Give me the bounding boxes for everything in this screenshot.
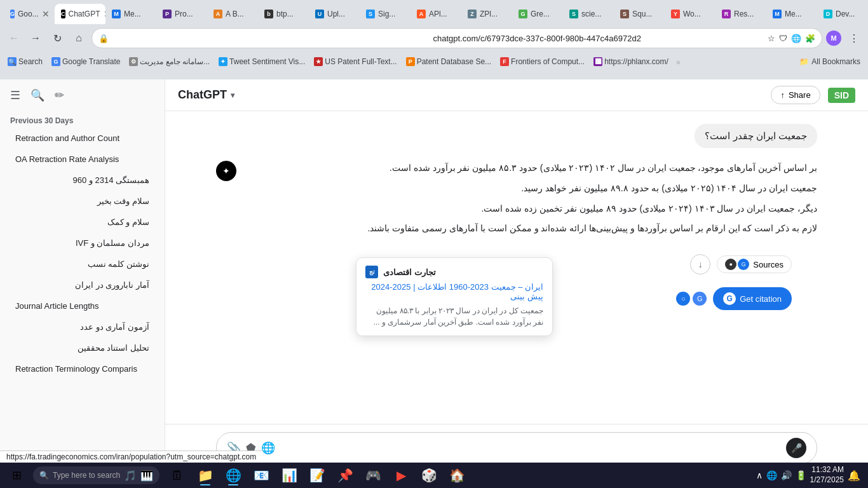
tab-pro[interactable]: P Pro... [156, 4, 207, 24]
menu-button[interactable]: ⋮ [845, 29, 863, 47]
sidebar-item-azmoon[interactable]: آزمون آماری دو عدد [5, 317, 159, 337]
bookmark-tweet[interactable]: ✦ Tweet Sentiment Vis... [215, 56, 309, 67]
taskbar-app-maps[interactable]: 📌 [332, 464, 358, 487]
tab-close[interactable]: ✕ [42, 9, 50, 19]
star-icon[interactable]: ☆ [768, 34, 775, 43]
tab-btp[interactable]: b btp... [258, 4, 309, 24]
tab-zp[interactable]: Z ZPl... [461, 4, 512, 24]
sidebar-item-retraction-terminology[interactable]: Retraction Terminology Comparis [5, 359, 159, 379]
shield-icon[interactable]: 🛡 [779, 34, 787, 43]
address-icons: ☆ 🛡 🌐 🧩 [768, 34, 815, 43]
tab-ab[interactable]: A A B... [207, 4, 258, 24]
tab-ap[interactable]: A APl... [410, 4, 461, 24]
sidebar-item-mardan[interactable]: مردان مسلمان و IVF [5, 233, 159, 253]
tab-res[interactable]: R Res... [715, 4, 766, 24]
get-citation-button[interactable]: G Get citation [713, 287, 792, 310]
taskbar-app-mail[interactable]: 📧 [248, 464, 274, 487]
bookmark-patent-us-label: US Patent Full-Text... [325, 57, 397, 66]
app-area: ☰ 🔍 ✏ Previous 30 Days Retraction and Au… [0, 79, 868, 488]
start-button[interactable]: ⊞ [3, 464, 31, 487]
mic-icon: 🎤 [791, 443, 802, 453]
bookmark-search[interactable]: 🔍 Search [4, 56, 46, 67]
home-button[interactable]: ⌂ [70, 29, 88, 47]
bookmark-patent-db[interactable]: P Patent Database Se... [402, 56, 495, 67]
tab-me[interactable]: M Me... [105, 4, 156, 24]
header-actions: ↑ Share SID [771, 86, 855, 104]
taskbar-time[interactable]: 11:32 AM 1/27/2025 [810, 465, 844, 485]
status-bar: https://fa.tradingeconomics.com/iran/pop… [0, 451, 262, 463]
bookmark-patent-us[interactable]: ★ US Patent Full-Text... [310, 56, 400, 67]
sidebar-item-journal[interactable]: Journal Article Lengths [5, 296, 159, 316]
time-display: 11:32 AM [810, 465, 844, 475]
input-box: 📎 ⬟ 🌐 🎤 [216, 432, 817, 464]
user-message: جمعیت ایران چقدر است؟ [695, 124, 817, 148]
taskbar-search[interactable]: 🔍 Type here to search 🎵 🎹 [33, 466, 159, 484]
extension-icon[interactable]: 🧩 [805, 34, 815, 43]
citation-g-icon: G [723, 292, 736, 305]
sidebar-item-retraction-author[interactable]: Retraction and Author Count [5, 128, 159, 148]
bookmark-samaneh[interactable]: ⚙ سامانه جامع مدیریت... [125, 56, 214, 67]
up-arrow-icon[interactable]: ∧ [756, 470, 763, 480]
main-content: ChatGPT ▾ ↑ Share SID جمعیت ایران چقدر ا… [165, 79, 868, 488]
toggle-sidebar-button[interactable]: ☰ [8, 86, 23, 105]
taskbar-app-explorer[interactable]: 📁 [193, 464, 218, 487]
main-header: ChatGPT ▾ ↑ Share SID [165, 79, 868, 111]
tab-sig[interactable]: S Sig... [360, 4, 410, 24]
scroll-down-button[interactable]: ↓ [690, 254, 710, 274]
taskbar-app-edge[interactable]: 🌐 [220, 464, 246, 487]
taskbar: ⊞ 🔍 Type here to search 🎵 🎹 🗓 📁 🌐 📧 📊 📝 … [0, 463, 868, 488]
tab-squ[interactable]: S Squ... [614, 4, 665, 24]
taskbar-app-excel[interactable]: 📊 [276, 464, 302, 487]
back-button[interactable]: ← [5, 29, 23, 47]
forward-button[interactable]: → [27, 29, 44, 47]
tab-sci[interactable]: S scie... [563, 4, 614, 24]
tab-google[interactable]: G Goo... ✕ [4, 4, 55, 24]
sidebar-item-salam-vaght[interactable]: سلام وقت بخیر [5, 191, 159, 211]
share-button[interactable]: ↑ Share [771, 86, 820, 104]
mic-button[interactable]: 🎤 [786, 438, 806, 458]
taskbar-app-media[interactable]: ▶ [388, 464, 414, 487]
tab-gre[interactable]: G Gre... [512, 4, 563, 24]
sidebar-item-amar[interactable]: آمار ناباروری در ایران [5, 275, 159, 295]
reload-button[interactable]: ↻ [48, 29, 66, 47]
bookmark-frontiers[interactable]: F Frontiers of Comput... [496, 56, 588, 67]
translate-icon[interactable]: 🌐 [791, 34, 801, 43]
bookmark-google-translate[interactable]: G Google Translate [48, 56, 124, 67]
chatgpt-title[interactable]: ChatGPT ▾ [178, 88, 234, 102]
assistant-row: ✦ بر اساس آخرین آمارهای موجود، جمعیت ایر… [216, 161, 817, 241]
sources-button[interactable]: ● G Sources [717, 255, 792, 273]
assistant-avatar: ✦ [216, 161, 236, 181]
compose-button[interactable]: ✏ [52, 86, 67, 105]
bookmark-phlanx[interactable]: 🅿 https://phlanx.com/ [590, 56, 672, 67]
share-label: Share [789, 90, 811, 100]
network-icon[interactable]: 🌐 [766, 470, 777, 480]
all-bookmarks-label: All Bookmarks [811, 57, 860, 66]
all-bookmarks[interactable]: 📁 All Bookmarks [796, 56, 864, 67]
address-bar[interactable]: 🔒 chatgpt.com/c/67973dce-337c-800f-980b-… [92, 28, 822, 48]
battery-icon[interactable]: 🔋 [796, 470, 806, 480]
globe-icon[interactable]: 🌐 [261, 441, 275, 455]
tab-chatgpt[interactable]: C ChatGPT ✕ [55, 4, 105, 24]
tooltip-title: ایران – جمعیت 2023-1960 اطلاعات | 2025-2… [365, 282, 543, 301]
assistant-para-2: جمعیت ایران در سال ۱۴۰۴ (۲۰۲۵ میلادی) به… [244, 181, 817, 196]
tab-wo[interactable]: Y Wo... [665, 4, 715, 24]
sidebar-item-tahlil[interactable]: تحلیل استناد محققین [5, 338, 159, 358]
bookmark-samaneh-label: سامانه جامع مدیریت... [140, 57, 210, 66]
tab-me2[interactable]: M Me... [766, 4, 817, 24]
sidebar-item-hambestegi[interactable]: همبستگی 2314 و 960 [5, 170, 159, 190]
volume-icon[interactable]: 🔊 [781, 470, 792, 480]
taskbar-app-home[interactable]: 🏠 [444, 464, 470, 487]
taskbar-app-taskview[interactable]: 🗓 [165, 464, 190, 487]
sidebar-item-salam-komak[interactable]: سلام و کمک [5, 212, 159, 232]
tab-dev[interactable]: D Dev... [817, 4, 868, 24]
tab-upl[interactable]: U Upl... [309, 4, 360, 24]
search-button[interactable]: 🔍 [28, 86, 47, 105]
sidebar-item-oa-retraction[interactable]: OA Retraction Rate Analysis [5, 149, 159, 169]
taskbar-app-word[interactable]: 📝 [304, 464, 330, 487]
taskbar-search-icon: 🔍 [39, 471, 49, 480]
sidebar-item-neveshtan[interactable]: نوشتن کلمه نسب [5, 254, 159, 274]
taskbar-app-dice[interactable]: 🎲 [416, 464, 442, 487]
profile-avatar[interactable]: M [826, 30, 841, 46]
taskbar-app-game[interactable]: 🎮 [360, 464, 386, 487]
notification-icon[interactable]: 🔔 [848, 470, 860, 482]
